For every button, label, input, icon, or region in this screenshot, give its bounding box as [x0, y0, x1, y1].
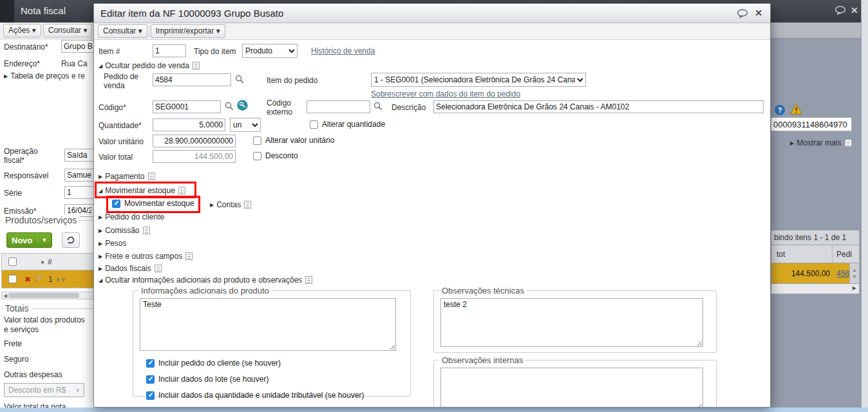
info-adicionais-textarea[interactable]: Teste [140, 298, 396, 351]
alterar-quantidade-checkbox-row[interactable]: Alterar quantidade [310, 120, 385, 129]
section-contas[interactable]: ▶Contas [210, 200, 251, 209]
alterar-valor-checkbox[interactable] [253, 136, 261, 145]
scroll-left-arrow-icon[interactable]: ◀ [3, 293, 7, 299]
table-horizontal-scrollbar[interactable]: ▶ [771, 284, 860, 294]
comment-icon[interactable] [737, 9, 748, 21]
note-icon[interactable] [178, 187, 185, 194]
incluir-pedido-cliente-row[interactable]: Incluir pedido do cliente (se houver) [146, 359, 405, 368]
alterar-quantidade-checkbox[interactable] [310, 120, 318, 129]
incluir-pedido-cliente-label: Incluir pedido do cliente (se houver) [158, 359, 281, 368]
operacao-fiscal-input[interactable] [64, 149, 94, 162]
desconto-checkbox-row[interactable]: Desconto [253, 151, 298, 160]
section-frete-outros[interactable]: ▶Frete e outros campos [99, 252, 193, 261]
row-pedido-link[interactable]: 458 [836, 269, 849, 278]
chave-acesso-input[interactable] [771, 117, 852, 131]
unidade-select[interactable]: un [230, 118, 261, 132]
incluir-quantidade-tributavel-checkbox[interactable] [146, 391, 155, 400]
help-icon[interactable]: ? [775, 105, 785, 115]
search-icon[interactable] [373, 102, 382, 113]
edit-item-dialog: Editar item da NF 10000093 Grupo Busato … [93, 3, 771, 407]
items-table-row[interactable]: 144.500,00 458 ▲ ▼ [771, 263, 860, 284]
note-icon[interactable] [148, 173, 155, 180]
acoes-menu-button[interactable]: Ações ▾ [3, 24, 41, 37]
incluir-pedido-cliente-checkbox[interactable] [146, 359, 155, 368]
move-row-up-icon[interactable]: ∧ [56, 276, 61, 283]
section-dados-fiscais[interactable]: ▶Dados fiscais [99, 264, 162, 273]
section-info-adicionais[interactable]: ◢Ocultar informações adicionais do produ… [99, 276, 312, 285]
dialog-imprimir-menu[interactable]: Imprimir/exportar ▾ [151, 24, 225, 38]
note-icon[interactable] [305, 276, 312, 284]
movimentar-estoque-checkbox-row[interactable]: Movimentar estoque [112, 199, 194, 208]
section-pesos[interactable]: ▶Pesos [99, 239, 127, 248]
item-pedido-select[interactable]: 1 - SEG0001 (Selecionadora Eletrônica De… [371, 73, 586, 87]
serie-input[interactable] [64, 186, 94, 199]
dialog-consultar-menu[interactable]: Consultar ▾ [98, 24, 147, 38]
codigo-externo-input[interactable] [307, 100, 370, 113]
grid-horizontal-scrollbar[interactable]: ◀ [1, 292, 95, 299]
sobrescrever-link[interactable]: Sobrescrever com dados do item do pedido [371, 89, 520, 98]
section-pedido-cliente[interactable]: ▶Pedido do cliente [99, 212, 164, 221]
descricao-input[interactable] [433, 100, 764, 113]
valor-total-input[interactable] [153, 150, 236, 163]
dialog-title: Editar item da NF 10000093 Grupo Busato [100, 8, 283, 19]
note-icon[interactable] [193, 62, 200, 70]
tabela-precos-toggle[interactable]: ▶Tabela de preços e re [4, 71, 85, 80]
valor-unitario-input[interactable] [153, 135, 236, 147]
codigo-input[interactable] [153, 100, 221, 113]
quantidade-input[interactable] [153, 118, 225, 131]
note-icon[interactable] [244, 201, 251, 209]
incluir-dados-lote-label: Incluir dados do lote (se houver) [158, 375, 269, 384]
valor-total-column-header[interactable]: tot [771, 245, 833, 263]
scroll-up-arrow-icon[interactable]: ▲ [853, 268, 857, 272]
section-comissao[interactable]: ▶Comissão [99, 226, 150, 235]
obs-tecnicas-textarea[interactable]: teste 2 [440, 298, 703, 347]
desconto-select[interactable]: Desconto em R$∨ [4, 383, 84, 397]
alterar-valor-checkbox-row[interactable]: Alterar valor unitário [253, 136, 334, 145]
section-movimentar-estoque[interactable]: ◢Movimentar estoque [99, 186, 185, 195]
ocultar-pedido-toggle[interactable]: ◢Ocultar pedido de venda [99, 61, 200, 70]
grid-row[interactable]: ✖ 1 ∧ ∨ [1, 270, 95, 288]
incluir-quantidade-tributavel-row[interactable]: Incluir dados da quantidade e unidade tr… [146, 391, 405, 400]
edit-row-icon[interactable] [35, 274, 43, 285]
close-icon[interactable]: ✕ [851, 5, 858, 15]
refresh-button[interactable] [62, 232, 80, 248]
note-icon[interactable] [155, 265, 162, 272]
chevron-down-icon: ∨ [75, 387, 80, 393]
note-icon[interactable] [185, 252, 193, 260]
note-icon[interactable] [845, 139, 852, 147]
consultar-menu-button[interactable]: Consultar ▾ [43, 24, 93, 37]
search-icon[interactable] [235, 75, 244, 86]
comment-icon[interactable] [835, 6, 846, 17]
scroll-down-arrow-icon[interactable]: ▼ [853, 274, 857, 279]
note-icon[interactable] [143, 227, 150, 234]
product-key-icon[interactable] [237, 100, 248, 113]
close-icon[interactable]: ✕ [755, 8, 762, 18]
pedido-venda-input[interactable] [153, 73, 231, 86]
grid-num-column-header[interactable]: # [48, 258, 52, 267]
novo-button[interactable]: Novo▼ [6, 232, 52, 248]
responsavel-input[interactable] [64, 169, 94, 182]
novo-dropdown-caret[interactable]: ▼ [37, 237, 48, 243]
select-all-checkbox[interactable] [8, 258, 17, 266]
search-icon[interactable] [225, 102, 234, 113]
obs-internas-textarea[interactable] [440, 368, 703, 407]
move-row-down-icon[interactable]: ∨ [61, 276, 66, 283]
historico-venda-link[interactable]: Histórico de venda [311, 46, 375, 55]
section-pagamento[interactable]: ▶Pagamento [99, 172, 155, 181]
incluir-dados-lote-row[interactable]: Incluir dados do lote (se houver) [146, 375, 405, 384]
descricao-label: Descrição [392, 103, 426, 112]
sort-ascending-icon[interactable]: ▲ [40, 259, 45, 265]
desconto-checkbox[interactable] [253, 152, 261, 160]
movimentar-estoque-checkbox[interactable] [112, 200, 120, 208]
page-scrollbar[interactable] [861, 0, 868, 407]
tipo-item-select[interactable]: Produto [242, 44, 297, 58]
item-num-input[interactable] [153, 44, 186, 57]
scroll-right-arrow-icon[interactable]: ▶ [853, 285, 856, 291]
row-checkbox[interactable] [8, 275, 17, 283]
pedido-column-header[interactable]: Pedi [833, 245, 852, 263]
destinatario-input[interactable] [61, 40, 95, 53]
table-vertical-scrollbar[interactable]: ▲ ▼ [849, 263, 859, 283]
delete-row-icon[interactable]: ✖ [24, 275, 31, 284]
mostrar-mais-toggle[interactable]: ▶Mostrar mais [790, 138, 852, 147]
incluir-dados-lote-checkbox[interactable] [146, 375, 155, 384]
